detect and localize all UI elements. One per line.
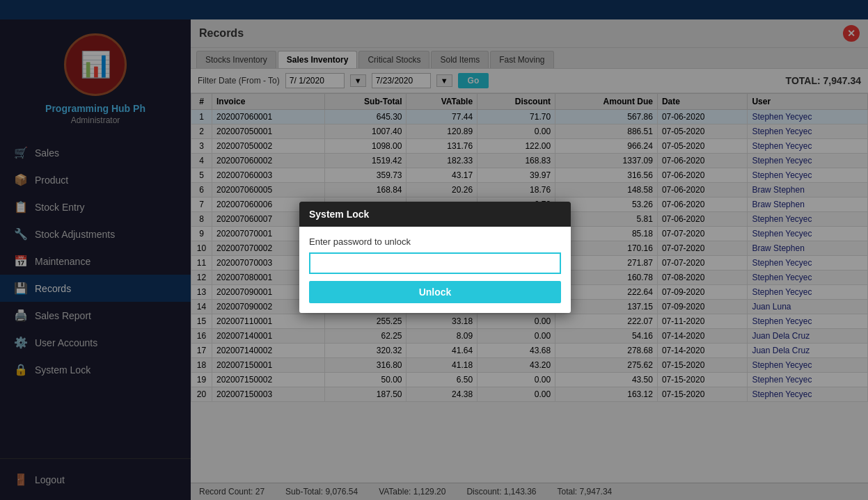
modal-body: Enter password to unlock Unlock bbox=[299, 227, 571, 313]
system-lock-modal: System Lock Enter password to unlock Unl… bbox=[299, 202, 571, 313]
modal-prompt: Enter password to unlock bbox=[309, 236, 561, 247]
unlock-button[interactable]: Unlock bbox=[309, 281, 561, 303]
modal-header: System Lock bbox=[299, 202, 571, 227]
password-input[interactable] bbox=[309, 252, 561, 274]
modal-title: System Lock bbox=[309, 209, 369, 220]
